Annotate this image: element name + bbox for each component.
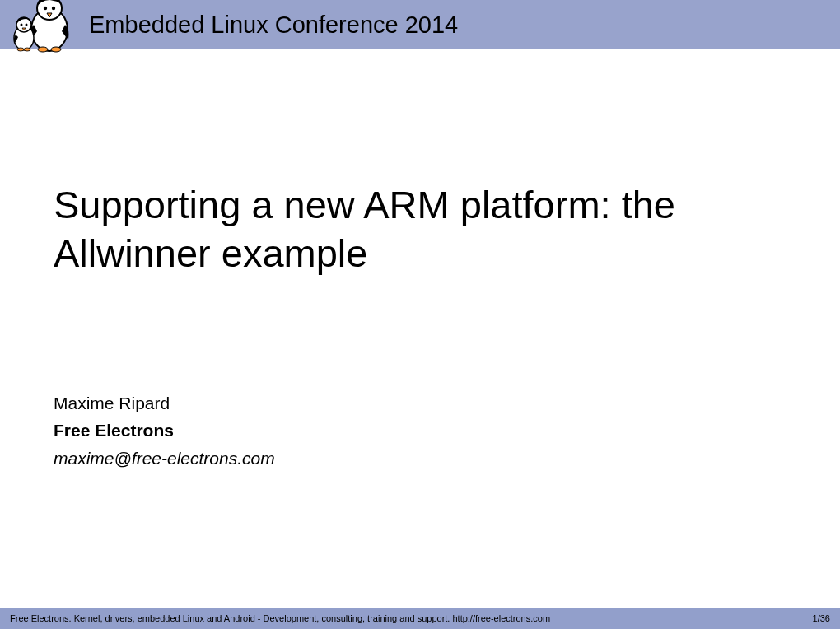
header-title: Embedded Linux Conference 2014 [89, 12, 458, 39]
svg-point-11 [24, 48, 30, 51]
organization-name: Free Electrons [54, 417, 786, 445]
presentation-title: Supporting a new ARM platform: the Allwi… [54, 181, 786, 278]
penguin-logo [12, 0, 78, 56]
svg-point-9 [26, 24, 28, 26]
svg-point-10 [17, 48, 24, 51]
footer-text: Free Electrons. Kernel, drivers, embedde… [10, 613, 550, 623]
main-content: Supporting a new ARM platform: the Allwi… [0, 49, 840, 472]
svg-point-8 [21, 24, 23, 26]
author-email: maxime@free-electrons.com [54, 445, 786, 473]
author-block: Maxime Ripard Free Electrons maxime@free… [54, 389, 786, 473]
page-number: 1/36 [813, 613, 830, 623]
svg-point-2 [44, 7, 47, 10]
svg-point-3 [52, 7, 55, 10]
author-name: Maxime Ripard [54, 389, 786, 417]
svg-point-5 [51, 47, 61, 52]
svg-point-4 [38, 47, 48, 52]
footer-bar: Free Electrons. Kernel, drivers, embedde… [0, 608, 840, 629]
header-bar: Embedded Linux Conference 2014 [0, 0, 840, 49]
